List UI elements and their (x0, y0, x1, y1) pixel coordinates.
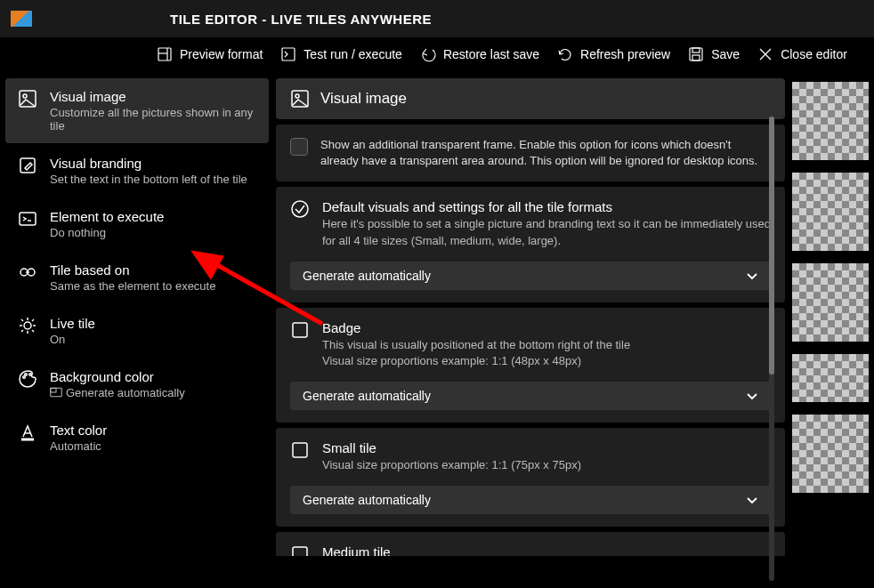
save-button[interactable]: Save (688, 46, 740, 62)
svg-rect-4 (690, 48, 702, 60)
sidebar-item-title: Tile based on (50, 262, 215, 278)
terminal-icon (280, 46, 296, 62)
preview-column (792, 78, 869, 556)
svg-point-33 (295, 94, 299, 98)
svg-line-23 (32, 330, 34, 332)
section-title: Medium tile (322, 544, 771, 556)
sidebar-item-element-to-execute[interactable]: Element to execute Do nothing (5, 198, 269, 250)
preview-medium[interactable] (792, 263, 869, 342)
close-icon (757, 46, 773, 62)
undo-icon (420, 46, 436, 62)
main-panel: Visual image Show an additional transpar… (276, 78, 785, 556)
svg-point-26 (23, 376, 26, 379)
section-medium-tile: Medium tile (276, 532, 785, 556)
preview-wide[interactable] (792, 354, 869, 402)
test-run-button[interactable]: Test run / execute (280, 46, 402, 62)
sidebar: Visual image Customize all the pictures … (5, 78, 269, 556)
sidebar-item-visual-branding[interactable]: Visual branding Set the text in the bott… (5, 145, 269, 197)
layout-icon (157, 46, 173, 62)
svg-rect-35 (293, 323, 307, 337)
section-badge: Badge This visual is usually positioned … (276, 308, 785, 423)
sidebar-item-sub: Do nothing (50, 226, 164, 239)
sidebar-item-title: Background color (50, 369, 185, 384)
svg-point-34 (292, 201, 308, 217)
section-title: Small tile (322, 440, 771, 455)
sidebar-item-title: Element to execute (50, 209, 164, 224)
preview-large[interactable] (792, 415, 869, 493)
main-scrollbar[interactable] (769, 117, 774, 581)
svg-rect-0 (158, 48, 171, 60)
svg-rect-12 (20, 213, 36, 225)
svg-line-24 (21, 330, 23, 332)
save-icon (688, 46, 704, 62)
transparent-frame-label: Show an additional transparent frame. En… (320, 137, 771, 169)
refresh-button[interactable]: Refresh preview (557, 46, 670, 62)
dropdown-badge[interactable]: Generate automatically (290, 382, 771, 410)
app-title: TILE EDITOR - LIVE TILES ANYWHERE (170, 12, 432, 27)
svg-point-17 (24, 322, 31, 329)
check-icon (290, 199, 310, 219)
svg-rect-36 (293, 443, 307, 457)
chevron-down-icon (746, 494, 758, 506)
section-title: Badge (322, 320, 771, 335)
sidebar-item-sub: On (50, 333, 95, 346)
app-icon (11, 11, 32, 27)
preview-small[interactable] (792, 173, 869, 251)
sidebar-item-title: Text color (50, 423, 107, 438)
link-icon (18, 262, 37, 282)
svg-point-27 (25, 374, 28, 376)
sidebar-item-sub: Generate automatically (50, 386, 185, 399)
preview-badge[interactable] (792, 82, 869, 160)
palette-icon (18, 369, 37, 389)
transparent-frame-checkbox[interactable] (290, 138, 308, 156)
sidebar-item-title: Live tile (50, 316, 95, 331)
dropdown-small-tile[interactable]: Generate automatically (290, 486, 771, 514)
sidebar-item-title: Visual image (50, 89, 256, 104)
section-small-tile: Small tile Visual size proportions examp… (276, 428, 785, 527)
svg-line-25 (32, 319, 34, 321)
titlebar: TILE EDITOR - LIVE TILES ANYWHERE (0, 0, 874, 37)
section-title: Default visuals and settings for all the… (322, 199, 771, 214)
sidebar-item-sub: Set the text in the bottom left of the t… (50, 173, 247, 186)
frame-option-panel: Show an additional transparent frame. En… (276, 125, 785, 181)
image-icon (290, 89, 310, 109)
svg-rect-30 (51, 388, 56, 392)
sun-icon (18, 316, 37, 335)
svg-point-10 (23, 94, 27, 98)
sidebar-item-sub: Same as the element to execute (50, 279, 215, 293)
sidebar-item-title: Visual branding (50, 156, 247, 171)
svg-point-28 (29, 374, 32, 376)
svg-rect-37 (293, 547, 307, 556)
square-icon (290, 544, 310, 556)
close-button[interactable]: Close editor (757, 46, 847, 62)
image-icon (18, 89, 37, 109)
svg-rect-5 (692, 48, 700, 52)
textcolor-icon (18, 423, 37, 442)
dropdown-default-visuals-and-settings-for-all-the-tile-formats[interactable]: Generate automatically (290, 262, 771, 290)
svg-rect-6 (692, 55, 700, 60)
sidebar-item-text-color[interactable]: Text color Automatic (5, 412, 269, 463)
sidebar-item-sub: Customize all the pictures shown in any … (50, 106, 256, 133)
svg-rect-3 (282, 48, 295, 60)
restore-button[interactable]: Restore last save (420, 46, 539, 62)
sidebar-item-background-color[interactable]: Background color Generate automatically (5, 358, 269, 410)
toolbar: Preview format Test run / execute Restor… (0, 37, 874, 73)
refresh-icon (557, 46, 573, 62)
sidebar-item-sub: Automatic (50, 439, 107, 453)
edit-icon (18, 156, 37, 175)
sidebar-item-visual-image[interactable]: Visual image Customize all the pictures … (5, 78, 269, 143)
chevron-down-icon (746, 270, 758, 282)
main-header: Visual image (276, 78, 785, 119)
sidebar-item-tile-based-on[interactable]: Tile based on Same as the element to exe… (5, 252, 269, 303)
terminal-icon (18, 209, 37, 229)
svg-line-22 (21, 319, 23, 321)
square-icon (290, 440, 310, 460)
square-icon (290, 320, 310, 340)
chevron-down-icon (746, 390, 758, 402)
section-default-visuals-and-settings-for-all-the-tile-formats: Default visuals and settings for all the… (276, 187, 785, 302)
sidebar-item-live-tile[interactable]: Live tile On (5, 305, 269, 357)
preview-format-button[interactable]: Preview format (157, 46, 263, 62)
